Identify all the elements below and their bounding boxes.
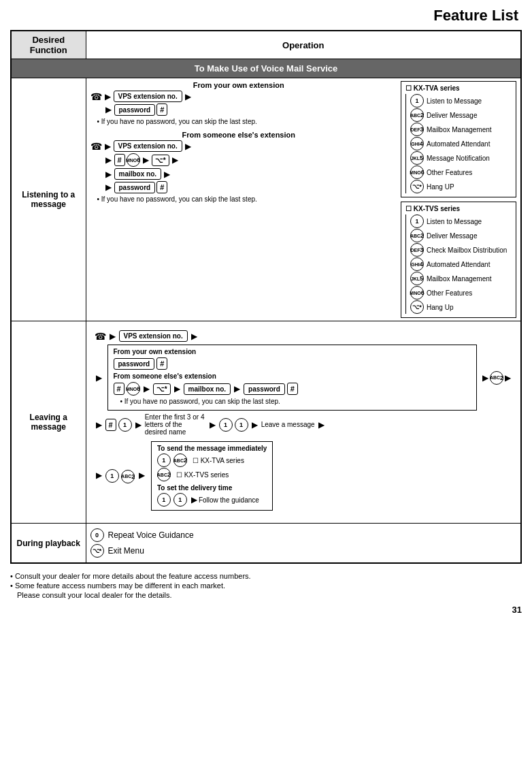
mno6-btn: MNO6: [127, 153, 140, 167]
leaving-flow-2: ▶ # 1 ▶ Enter the first 3 or 4 letters o…: [95, 413, 513, 436]
star-btn: ⌥*: [152, 155, 169, 166]
arrow: ▶: [105, 182, 112, 192]
kx-tva-block: ☐ KX-TVA series 1 Listen to Message ABC2…: [401, 81, 516, 197]
kx-tva-item-1: 1 Listen to Message: [410, 94, 512, 108]
listening-operation: From your own extension ☎ ▶ VPS extensio…: [86, 78, 521, 321]
during-num-star: ⌥*: [90, 544, 104, 558]
arrow: ▶: [105, 92, 111, 101]
col-header-operation: Operation: [86, 31, 521, 59]
kx-tva-num-2: ABC2: [410, 108, 424, 122]
section-title: To Make Use of Voice Mail Service: [11, 59, 521, 78]
leaving-hash-btn: #: [156, 357, 167, 370]
kx-tva-num-1: 1: [410, 94, 424, 108]
kx-tva-num-5: JKL5: [410, 151, 424, 165]
kx-tvs-num-2: ABC2: [410, 229, 424, 242]
main-table: Desired Function Operation To Make Use o…: [10, 30, 522, 564]
kx-tvs-num-4: GHI4: [410, 257, 424, 271]
kx-tvs-num-3: DEF3: [410, 243, 424, 257]
kx-tva-num-6: MNO6: [410, 165, 424, 179]
arrow: ▶: [164, 170, 170, 179]
from-own-label: From your own extension: [90, 81, 392, 89]
hash-btn: #: [156, 103, 167, 116]
kx-tva-num-4: GHI4: [410, 137, 424, 150]
kx-tva-item-5: JKL5 Message Notification: [410, 151, 512, 165]
leaving-mailbox-btn: mailbox no.: [184, 383, 231, 395]
leave-msg-text: Leave a message: [261, 421, 315, 428]
leaving-inner-box: From your own extension password # From …: [107, 345, 478, 411]
during-label: During playback: [11, 524, 86, 564]
leaving-note: • If you have no password, you can skip …: [120, 398, 471, 405]
kx-tva-item-6: MNO6 Other Features: [410, 165, 512, 179]
col-header-function: Desired Function: [11, 31, 86, 59]
kx-tvs-num-star: ⌥*: [410, 300, 424, 314]
kx-tvs-block: ☐ KX-TVS series 1 Listen to Message ABC2…: [401, 202, 516, 318]
arrow: ▶: [105, 142, 111, 151]
leaving-operation: ☎ ▶ VPS extension no. ▶ ▶ From your own …: [86, 321, 521, 524]
footnote-1: • Consult your dealer for more details a…: [10, 572, 522, 580]
kx-tva-item-2: ABC2 Deliver Message: [410, 108, 512, 122]
leaving-phone-icon: ☎: [95, 331, 106, 342]
kx-tvs-item-5: JKL5 Mailbox Management: [410, 272, 512, 285]
during-label-0: Repeat Voice Guidance: [108, 530, 194, 540]
leaving-flow-1: ☎ ▶ VPS extension no. ▶: [95, 330, 513, 342]
leaving-label: Leaving a message: [11, 321, 86, 524]
from-someone-title: From someone else's extension: [114, 372, 471, 380]
set-delivery-title: To set the delivery time: [157, 484, 267, 492]
enter-name-text: Enter the first 3 or 4 letters of the de…: [145, 413, 206, 436]
during-label-star: Exit Menu: [108, 546, 144, 556]
kx-tva-num-star: ⌥*: [410, 180, 424, 193]
arrow: ▶: [105, 170, 112, 179]
follow-guidance: Follow the guidance: [199, 496, 259, 504]
hash-btn2: #: [114, 154, 125, 166]
page-title: Feature List: [10, 7, 522, 25]
kx-tva-item-4: GHI4 Automated Attendant: [410, 137, 512, 150]
arrow: ▶: [105, 155, 112, 165]
vps-ext-btn: VPS extension no.: [114, 91, 182, 102]
kx-tva-item-3: DEF3 Mailbox Management: [410, 123, 512, 136]
arrow: ▶: [185, 92, 191, 101]
footnote-2: • Some feature access numbers may be dif…: [10, 581, 522, 590]
from-someone-note: • If you have no password, you can skip …: [97, 195, 392, 203]
kx-tva-num-3: DEF3: [410, 123, 424, 136]
send-immediate-title: To send the message immediately: [157, 445, 267, 452]
phone-icon2: ☎: [90, 141, 102, 152]
password-btn2: password: [114, 182, 156, 193]
kx-tvs-num-1: 1: [410, 214, 424, 228]
during-item-star: ⌥* Exit Menu: [90, 544, 517, 558]
kx-tvs-item-star: ⌥* Hang Up: [410, 300, 512, 314]
kx-tvs-item-4: GHI4 Automated Attendant: [410, 257, 512, 271]
during-operation: 0 Repeat Voice Guidance ⌥* Exit Menu: [86, 524, 521, 564]
from-own-title: From your own extension: [114, 348, 471, 355]
during-item-0: 0 Repeat Voice Guidance: [90, 528, 517, 542]
arrow: ▶: [143, 155, 149, 165]
kx-tvs-item-1: 1 Listen to Message: [410, 214, 512, 228]
leaving-vps-btn: VPS extension no.: [119, 330, 188, 342]
arrow: ▶: [185, 142, 191, 151]
send-box: To send the message immediately 1 ABC2 ☐…: [151, 441, 273, 511]
password-btn: password: [114, 104, 156, 116]
arrow: ▶: [172, 155, 178, 165]
kx-tvs-item-2: ABC2 Deliver Message: [410, 229, 512, 242]
phone-icon: ☎: [90, 91, 102, 102]
kx-tvs-item-3: DEF3 Check Mailbox Distribution: [410, 243, 512, 257]
leaving-password-btn: password: [114, 358, 155, 370]
kx-tvs-num-5: JKL5: [410, 272, 424, 285]
leaving-password2-btn: password: [244, 383, 285, 395]
footnote-3: Please consult your local dealer for the…: [17, 591, 522, 599]
listening-label: Listening to a message: [11, 78, 86, 321]
kx-tvs-item-6: MNO6 Other Features: [410, 286, 512, 300]
footnotes: • Consult your dealer for more details a…: [10, 572, 522, 599]
kx-tvs-num-6: MNO6: [410, 286, 424, 300]
arrow: ▶: [105, 105, 112, 114]
kx-tvs-title: ☐ KX-TVS series: [405, 205, 512, 212]
from-someone-label: From someone else's extension: [90, 131, 392, 139]
kx-tva-title: ☐ KX-TVA series: [405, 84, 512, 92]
hash-btn3: #: [156, 181, 167, 193]
page-number: 31: [10, 605, 522, 615]
from-own-note: • If you have no password, you can skip …: [97, 118, 392, 125]
mailbox-btn: mailbox no.: [114, 168, 162, 180]
kx-tva-item-star: ⌥* Hang UP: [410, 180, 512, 193]
during-num-0: 0: [90, 528, 104, 542]
vps-ext-btn2: VPS extension no.: [114, 140, 182, 152]
